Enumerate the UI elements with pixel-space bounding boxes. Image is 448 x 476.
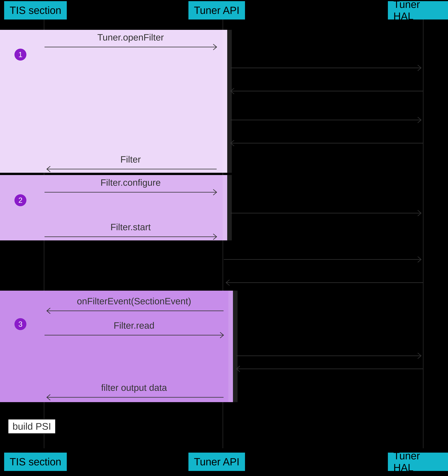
- heading-top-hal: Tuner HAL: [388, 1, 448, 19]
- heading-bot-hal: Tuner HAL: [388, 453, 448, 471]
- msg-read: Filter.read: [45, 320, 224, 331]
- heading-label: TIS section: [10, 5, 61, 16]
- msg-filter-return: Filter: [45, 154, 217, 165]
- stage-3-number: 3: [14, 318, 26, 330]
- note-buildPSI: build PSI: [8, 419, 56, 434]
- arrow-api-hal-3: [231, 212, 423, 216]
- arrow-configure: [45, 191, 219, 196]
- heading-bot-api: Tuner API: [189, 453, 245, 471]
- note-label: build PSI: [12, 421, 51, 432]
- arrow-api-hal-2: [231, 119, 423, 123]
- arrow-openFilter: [45, 46, 219, 51]
- arrow-start: [45, 236, 219, 240]
- msg-openFilter: Tuner.openFilter: [45, 32, 217, 43]
- stage-2-number: 2: [14, 194, 26, 206]
- arrow-hal-api-3: [224, 282, 423, 286]
- heading-label: Tuner API: [194, 456, 240, 468]
- heading-label: Tuner HAL: [393, 450, 442, 474]
- heading-bot-tis: TIS section: [4, 453, 67, 471]
- arrow-read: [45, 334, 226, 339]
- arrow-hal-api-2: [228, 142, 423, 147]
- heading-top-api: Tuner API: [189, 1, 245, 19]
- arrow-hal-api-4: [234, 368, 423, 372]
- arrow-onFilterEvent: [45, 310, 225, 314]
- heading-label: Tuner API: [194, 5, 240, 16]
- stage-1-activation: [223, 30, 232, 173]
- heading-label: TIS section: [10, 456, 61, 468]
- stage-3-num-label: 3: [18, 320, 23, 328]
- arrow-hal-api-1: [228, 90, 423, 95]
- stage-1-number: 1: [14, 49, 26, 61]
- arrow-filter-return: [45, 168, 219, 172]
- msg-onFilterEvent: onFilterEvent(SectionEvent): [45, 296, 224, 306]
- stage-3-activation: [228, 291, 238, 402]
- stage-2-activation: [223, 175, 232, 240]
- arrow-outputData: [45, 396, 225, 401]
- stage-1: 1: [0, 30, 227, 173]
- arrow-api-hal-4: [224, 258, 423, 263]
- stage-2-num-label: 2: [18, 196, 23, 204]
- stage-1-num-label: 1: [18, 50, 23, 59]
- msg-start: Filter.start: [45, 222, 217, 232]
- heading-label: Tuner HAL: [393, 0, 442, 22]
- arrow-api-hal-1: [231, 67, 423, 71]
- msg-configure: Filter.configure: [45, 177, 217, 188]
- msg-outputData: filter output data: [45, 382, 224, 393]
- arrow-api-hal-5: [236, 355, 423, 359]
- lifeline-hal: [423, 19, 423, 448]
- heading-top-tis: TIS section: [4, 1, 67, 19]
